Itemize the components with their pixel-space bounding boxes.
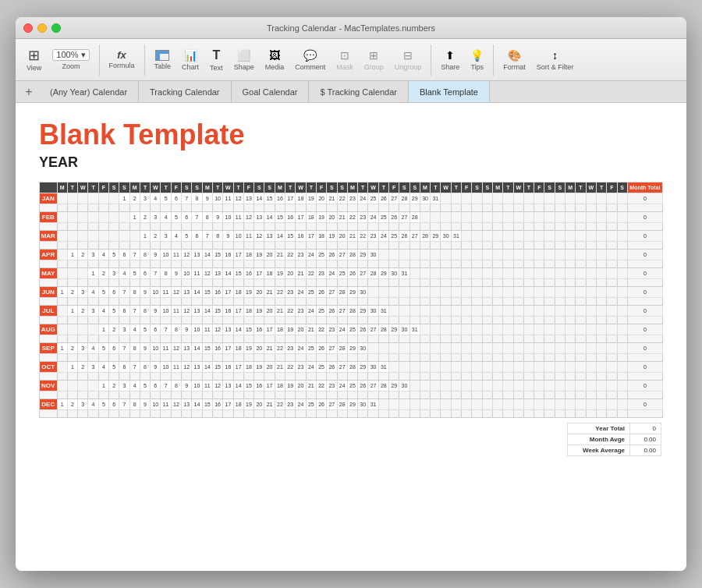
text-label: Text <box>210 64 223 72</box>
day-cell: 29 <box>358 362 368 373</box>
day-cell: 26 <box>316 287 326 298</box>
mask-button[interactable]: ⊡ Mask <box>332 49 358 71</box>
day-cell <box>586 287 596 298</box>
minimize-button[interactable] <box>37 23 47 33</box>
day-cell <box>492 399 502 410</box>
group-button[interactable]: ⊞ Group <box>360 49 388 71</box>
day-cell: 1 <box>57 343 67 354</box>
mask-label: Mask <box>336 63 353 71</box>
month-label-aug: AUG <box>40 324 58 335</box>
day-cell <box>544 231 555 242</box>
day-cell: 19 <box>254 362 264 373</box>
day-header-39: F <box>462 182 472 193</box>
day-cell <box>492 287 502 298</box>
month-total-value: 0 <box>627 343 662 354</box>
day-cell <box>472 268 482 279</box>
day-cell: 12 <box>171 399 181 410</box>
day-cell <box>607 287 617 298</box>
day-cell: 27 <box>358 268 368 279</box>
day-cell <box>57 268 67 279</box>
day-cell: 16 <box>223 362 233 373</box>
day-cell <box>513 212 523 223</box>
day-cell: 30 <box>368 306 378 317</box>
comment-button[interactable]: 💬 Comment <box>290 49 330 71</box>
ungroup-button[interactable]: ⊟ Ungroup <box>390 49 427 71</box>
day-cell <box>472 362 482 373</box>
day-cell <box>431 287 441 298</box>
day-cell: 13 <box>223 324 233 335</box>
day-cell: 2 <box>98 268 108 279</box>
month-row-nov: NOV1234567891011121314151617181920212223… <box>40 381 663 391</box>
tab-any-year[interactable]: (Any Year) Calendar <box>39 81 139 102</box>
share-button[interactable]: ⬆ Share <box>436 49 464 71</box>
day-cell: 4 <box>88 343 98 354</box>
day-cell <box>451 324 461 335</box>
day-cell: 29 <box>347 399 357 410</box>
subtotal-row-jun <box>40 298 663 306</box>
day-cell: 4 <box>98 250 108 260</box>
tab-goal[interactable]: Goal Calendar <box>232 81 310 102</box>
day-cell <box>513 381 523 391</box>
format-button[interactable]: 🎨 Format <box>498 49 530 71</box>
calendar-wrapper: MTWTFSSMTWTFSSMTWTFSSMTWTFSSMTWTFSSMTWTF… <box>39 182 663 418</box>
day-cell: 1 <box>98 324 108 335</box>
view-button[interactable]: ⊞ View <box>22 48 46 72</box>
add-tab-button[interactable]: + <box>19 81 39 102</box>
day-cell: 16 <box>296 231 306 242</box>
day-cell: 8 <box>129 287 140 298</box>
day-cell: 10 <box>192 381 202 391</box>
day-cell: 20 <box>316 193 326 204</box>
tab-dollar-tracking[interactable]: $ Tracking Calendar <box>309 81 408 102</box>
day-cell <box>88 381 98 391</box>
day-cell: 22 <box>275 343 285 354</box>
text-button[interactable]: T Text <box>205 48 228 72</box>
table-button[interactable]: Table <box>150 50 176 70</box>
day-cell <box>607 324 617 335</box>
day-cell <box>88 231 98 242</box>
day-cell: 22 <box>347 212 357 223</box>
day-cell <box>78 231 88 242</box>
day-cell <box>566 268 576 279</box>
day-cell: 11 <box>161 399 171 410</box>
day-cell <box>462 212 472 223</box>
day-cell <box>586 306 596 317</box>
tab-tracking[interactable]: Tracking Calendar <box>139 81 231 102</box>
day-cell: 13 <box>264 231 275 242</box>
chart-button[interactable]: 📊 Chart <box>177 49 204 71</box>
day-cell <box>523 231 534 242</box>
zoom-value[interactable]: 100% ▾ <box>52 49 89 61</box>
day-cell <box>482 287 492 298</box>
mask-icon: ⊡ <box>340 49 349 62</box>
day-cell: 21 <box>264 287 275 298</box>
day-cell <box>492 324 502 335</box>
day-cell <box>513 399 523 410</box>
shape-button[interactable]: ⬜ Shape <box>229 49 259 71</box>
tips-button[interactable]: 💡 Tips <box>466 49 488 71</box>
day-cell: 7 <box>192 212 202 223</box>
day-cell <box>57 381 67 391</box>
tab-blank-template[interactable]: Blank Template <box>409 81 490 102</box>
day-cell: 4 <box>129 381 140 391</box>
close-button[interactable] <box>23 23 33 33</box>
day-cell: 29 <box>347 343 357 354</box>
day-cell: 28 <box>378 324 388 335</box>
day-cell: 1 <box>67 362 77 373</box>
maximize-button[interactable] <box>51 23 61 33</box>
day-cell: 13 <box>192 306 202 317</box>
day-cell: 19 <box>243 287 254 298</box>
format-label: Format <box>503 63 526 71</box>
month-label-jan: JAN <box>40 193 58 204</box>
day-cell <box>566 193 576 204</box>
zoom-control[interactable]: 100% ▾ Zoom <box>48 49 94 70</box>
day-cell <box>378 287 388 298</box>
view-label: View <box>27 64 41 72</box>
day-cell: 4 <box>98 362 108 373</box>
day-cell <box>378 399 388 410</box>
day-cell <box>503 324 513 335</box>
day-cell: 5 <box>108 306 119 317</box>
day-cell: 1 <box>67 306 77 317</box>
formula-button[interactable]: fx Formula <box>105 50 140 69</box>
sort-filter-button[interactable]: ↕ Sort & Filter <box>532 49 579 71</box>
day-cell: 15 <box>202 343 212 354</box>
media-button[interactable]: 🖼 Media <box>261 49 289 71</box>
